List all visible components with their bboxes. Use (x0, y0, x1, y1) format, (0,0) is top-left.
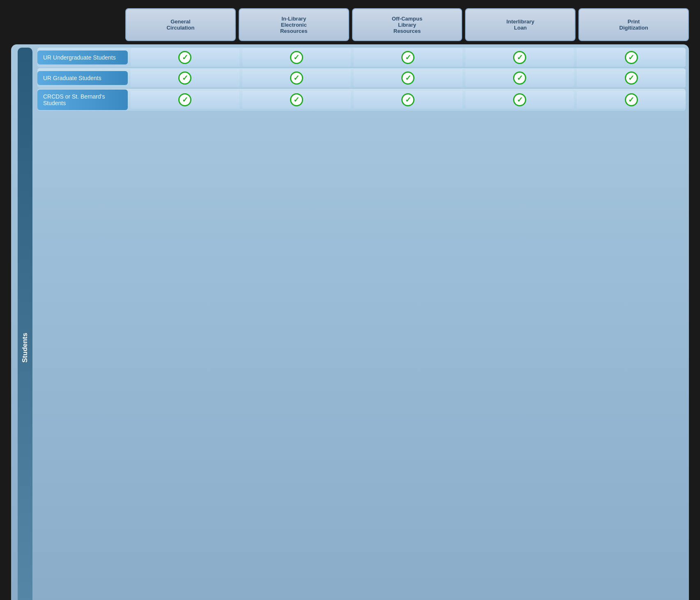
data-cell-row0-col3: ✓ (465, 48, 574, 67)
group-label-students: Students (18, 48, 32, 600)
check-icon: ✓ (290, 93, 303, 106)
data-cell-row2-col2: ✓ (354, 91, 463, 109)
table-row: UR Graduate Students✓✓✓✓✓ (37, 68, 686, 88)
row-name: CRCDS or St. Bernard's Students (37, 90, 128, 110)
check-icon: ✓ (625, 71, 638, 85)
table-row: UR Undergraduate Students✓✓✓✓✓ (37, 48, 686, 67)
header-col4: InterlibraryLoan (465, 8, 576, 41)
group-label-wrapper-students: Students (14, 48, 36, 600)
table-row: CRCDS or St. Bernard's Students✓✓✓✓✓ (37, 89, 686, 111)
check-icon: ✓ (178, 51, 191, 64)
check-icon: ✓ (178, 93, 191, 106)
data-cell-row2-col4: ✓ (577, 91, 686, 109)
group-students: StudentsUR Undergraduate Students✓✓✓✓✓UR… (11, 44, 689, 600)
header-col1: GeneralCirculation (125, 8, 236, 41)
data-cell-row0-col0: ✓ (131, 48, 239, 67)
data-cell-row0-col1: ✓ (242, 48, 351, 67)
check-icon: ✓ (401, 93, 414, 106)
check-icon: ✓ (625, 93, 638, 106)
check-icon: ✓ (178, 71, 191, 85)
check-icon: ✓ (513, 51, 526, 64)
data-cell-row1-col1: ✓ (242, 69, 351, 87)
page-wrapper: GeneralCirculation In-LibraryElectronicR… (11, 8, 689, 600)
header-col3: Off-CampusLibraryResources (352, 8, 463, 41)
check-icon: ✓ (290, 51, 303, 64)
check-icon: ✓ (401, 51, 414, 64)
header-row: GeneralCirculation In-LibraryElectronicR… (11, 8, 689, 41)
data-cell-row1-col0: ✓ (131, 69, 239, 87)
check-icon: ✓ (625, 51, 638, 64)
groups-container: StudentsUR Undergraduate Students✓✓✓✓✓UR… (11, 44, 689, 600)
row-name: UR Undergraduate Students (37, 51, 128, 64)
data-cell-row2-col1: ✓ (242, 91, 351, 109)
data-cell-row0-col2: ✓ (354, 48, 463, 67)
data-cell-row2-col0: ✓ (131, 91, 239, 109)
check-icon: ✓ (401, 71, 414, 85)
check-icon: ✓ (290, 71, 303, 85)
data-cell-row1-col2: ✓ (354, 69, 463, 87)
data-cell-row1-col3: ✓ (465, 69, 574, 87)
data-cell-row2-col3: ✓ (465, 91, 574, 109)
data-cell-row0-col4: ✓ (577, 48, 686, 67)
header-col5: PrintDigitization (578, 8, 689, 41)
group-rows-students: UR Undergraduate Students✓✓✓✓✓UR Graduat… (37, 48, 686, 600)
row-name: UR Graduate Students (37, 71, 128, 85)
check-icon: ✓ (513, 93, 526, 106)
data-cell-row1-col4: ✓ (577, 69, 686, 87)
check-icon: ✓ (513, 71, 526, 85)
header-col2: In-LibraryElectronicResources (239, 8, 349, 41)
